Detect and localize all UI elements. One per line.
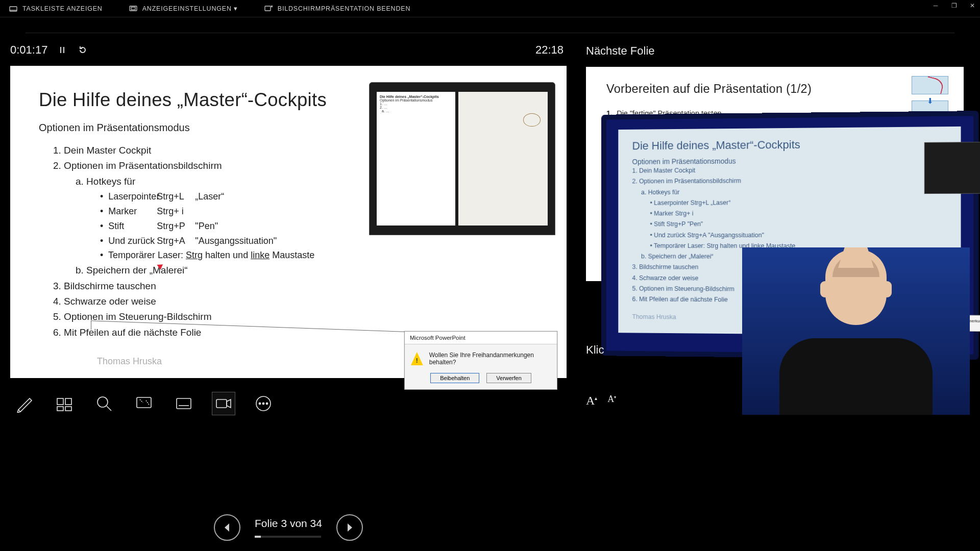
next-slide-line: Die "fertige" Präsentation testen — [617, 109, 721, 117]
slide-counter-label: Folie 3 von 34 — [255, 517, 322, 529]
outline-item: b. Speichern der „Malerei“ — [76, 263, 538, 278]
dialog-text: Wollen Sie Ihre Freihandanmerkungen beha… — [429, 352, 551, 366]
slide-inset-screenshot: Die Hilfe deines „Master“-Cockpits Optio… — [369, 82, 555, 235]
brain-icon — [523, 113, 541, 127]
next-slide-heading: Nächste Folie — [586, 44, 970, 58]
photo-line: a. Hotkeys für — [641, 186, 946, 197]
svg-point-20 — [259, 403, 260, 404]
svg-rect-15 — [137, 397, 151, 408]
next-slide-button[interactable] — [336, 514, 363, 541]
dialog-keep-button[interactable]: Beibehalten — [430, 373, 479, 383]
dialog-discard-button[interactable]: Verwerfen — [486, 373, 531, 383]
black-screen-tool[interactable] — [133, 392, 155, 415]
outline-item: 3. Bildschirme tauschen — [53, 279, 538, 294]
webcam-feed[interactable] — [742, 247, 970, 415]
taskbar-icon — [9, 5, 17, 13]
photo-line: • Stift Strg+P "Pen" — [650, 219, 946, 230]
increase-font-button[interactable]: A▴ — [586, 394, 597, 408]
notes-prompt[interactable]: Klic — [586, 343, 604, 357]
end-show-icon — [264, 5, 273, 13]
more-tools[interactable] — [252, 392, 275, 415]
decrease-font-button[interactable]: A▾ — [607, 394, 616, 408]
svg-rect-10 — [65, 398, 71, 405]
svg-rect-3 — [131, 7, 135, 10]
slide-counter: Folie 3 von 34 — [255, 517, 322, 538]
minimize-button[interactable]: ─ — [932, 2, 939, 9]
dialog-title: Microsoft PowerPoint — [405, 332, 557, 344]
pause-timer-button[interactable] — [57, 44, 68, 56]
photo-mini-inset — [924, 142, 980, 194]
photo-line: • Und zurück Strg+A "Ausgangssituation" — [650, 230, 946, 241]
svg-point-13 — [97, 397, 108, 407]
mini-sub: Optionen im Präsentationsmodus — [380, 98, 433, 102]
wall-clock: 22:18 — [535, 43, 564, 57]
svg-line-14 — [107, 406, 111, 411]
hotkey-row: • Temporärer Laser: Strg halten und link… — [100, 248, 538, 263]
close-button[interactable]: ✕ — [969, 2, 976, 9]
display-settings-label: ANZEIGEEINSTELLUNGEN ▾ — [142, 5, 238, 12]
window-controls: ─ ❐ ✕ — [932, 2, 976, 9]
presenter-figure — [779, 247, 933, 415]
see-all-slides-tool[interactable] — [53, 392, 76, 415]
next-slide-title: Vorbereiten auf die Präsentation (1/2) — [606, 82, 943, 96]
reset-timer-button[interactable] — [77, 44, 88, 56]
restore-button[interactable]: ❐ — [950, 2, 958, 9]
show-taskbar-button[interactable]: TASKLEISTE ANZEIGEN — [9, 5, 103, 13]
slide-author: Thomas Hruska — [97, 356, 162, 367]
photo-line: • Laserpointer Strg+L „Laser“ — [650, 197, 946, 209]
subtitles-tool[interactable] — [173, 392, 195, 415]
elapsed-timer: 0:01:17 — [10, 43, 47, 57]
svg-rect-11 — [57, 407, 63, 411]
warning-icon: ! — [411, 352, 423, 365]
slide-nav: Folie 3 von 34 — [0, 514, 577, 541]
presenter-topbar: TASKLEISTE ANZEIGEN ANZEIGEEINSTELLUNGEN… — [0, 0, 980, 17]
end-slideshow-button[interactable]: BILDSCHIRMPRÄSENTATION BEENDEN — [264, 5, 410, 13]
next-slide-line-num: 1. — [606, 109, 612, 117]
notes-font-controls: A▴ A▾ — [586, 394, 616, 408]
presenter-tools — [10, 392, 567, 415]
svg-rect-12 — [65, 407, 71, 411]
camera-tool[interactable] — [212, 392, 235, 415]
prev-slide-button[interactable] — [214, 514, 240, 541]
svg-rect-9 — [57, 398, 63, 405]
outline-item: 4. Schwarze oder weise — [53, 294, 538, 309]
mini-title: Die Hilfe deines „Master“-Cockpits — [380, 95, 439, 98]
zoom-tool[interactable] — [93, 392, 115, 415]
ink-save-dialog: Microsoft PowerPoint ! Wollen Sie Ihre F… — [404, 331, 557, 390]
hotkey-row: • Und zurückStrg+A"Ausgangssituation" — [100, 234, 538, 248]
photo-line: 2. Optionen im Präsentationsbildschirm — [632, 175, 946, 187]
show-taskbar-label: TASKLEISTE ANZEIGEN — [22, 5, 103, 12]
svg-point-21 — [262, 403, 264, 404]
svg-rect-18 — [216, 399, 227, 408]
pen-tool[interactable] — [13, 392, 36, 415]
next-slide-graphic: ⬇ — [912, 76, 948, 118]
down-arrow-icon: ⬇ — [927, 96, 934, 106]
svg-point-22 — [266, 403, 267, 404]
photo-line: 1. Dein Master Cockpit — [632, 164, 946, 177]
photo-title: Die Hilfe deines „Master“-Cockpits — [632, 137, 946, 153]
timer-row: 0:01:17 22:18 — [10, 43, 567, 57]
current-slide[interactable]: Die Hilfe deines „Master“-Cockpits Optio… — [10, 66, 567, 378]
outline-item: 5. Optionen im Steuerung-Bildschirm — [53, 309, 538, 324]
display-settings-icon — [129, 5, 137, 13]
svg-rect-16 — [177, 398, 191, 409]
end-slideshow-label: BILDSCHIRMPRÄSENTATION BEENDEN — [278, 5, 410, 12]
slide-progress[interactable] — [255, 536, 321, 538]
photo-line: • Marker Strg+ i — [650, 208, 946, 219]
svg-rect-4 — [265, 6, 271, 11]
display-settings-button[interactable]: ANZEIGEEINSTELLUNGEN ▾ — [129, 5, 238, 13]
